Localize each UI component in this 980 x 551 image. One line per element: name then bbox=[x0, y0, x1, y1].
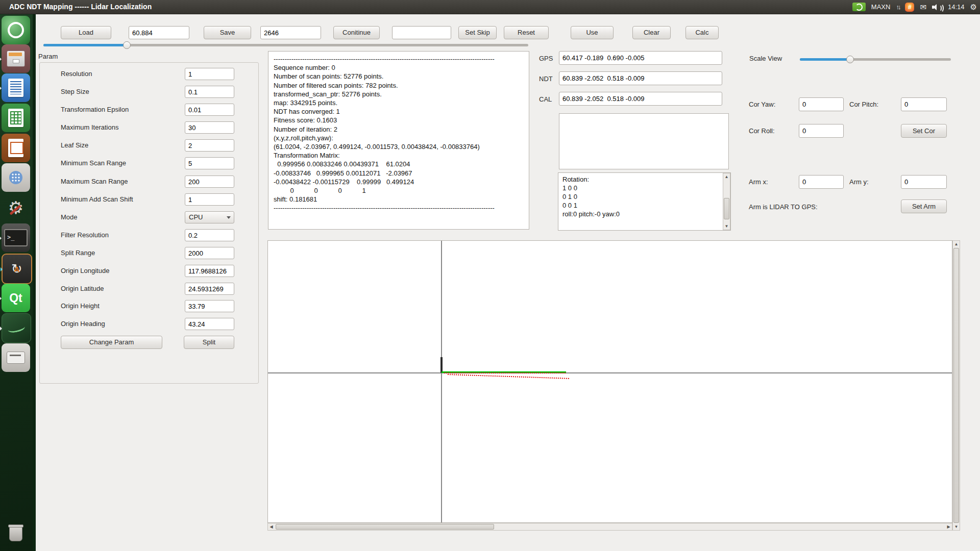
use-button[interactable]: Use bbox=[571, 26, 614, 39]
param-group-title: Param bbox=[38, 53, 58, 61]
system-settings-icon[interactable]: ⚙ bbox=[2, 193, 30, 222]
canvas-h-thumb[interactable] bbox=[276, 524, 494, 530]
scale-view-slider[interactable] bbox=[800, 58, 951, 61]
canvas-horizontal-scrollbar[interactable]: ◀ ▶ bbox=[267, 523, 952, 531]
rotation-display-box[interactable]: Rotation:1 0 00 1 00 0 1roll:0 pitch:-0 … bbox=[558, 172, 731, 231]
window-title: ADC NDT Mapping ------ Lidar Localizatio… bbox=[9, 0, 152, 14]
param-field-resolution[interactable] bbox=[185, 68, 234, 80]
calc-button[interactable]: Calc bbox=[685, 26, 719, 39]
set-cor-button[interactable]: Set Cor bbox=[901, 124, 947, 138]
cor-yaw-field[interactable] bbox=[799, 97, 844, 111]
map-canvas[interactable] bbox=[267, 240, 952, 523]
load-button[interactable]: Load bbox=[61, 26, 111, 39]
param-field-filter-resolution[interactable] bbox=[185, 229, 234, 241]
param-field-minimum-add-scan-shift[interactable] bbox=[185, 193, 234, 206]
dark-green-app-icon[interactable] bbox=[2, 313, 31, 343]
arm-x-label: Arm x: bbox=[749, 178, 768, 186]
scale-view-slider-handle[interactable] bbox=[846, 56, 854, 63]
skip-value-field[interactable] bbox=[392, 26, 451, 39]
param-field-origin-heading[interactable] bbox=[185, 318, 234, 330]
param-field-minimum-scan-range[interactable] bbox=[185, 157, 234, 169]
param-label-minimum-add-scan-shift: Minimum Add Scan Shift bbox=[61, 195, 133, 204]
cor-roll-label: Cor Roll: bbox=[749, 127, 775, 135]
canvas-vertical-scrollbar[interactable]: ▲ ▼ bbox=[952, 240, 960, 531]
gps-label: GPS bbox=[539, 55, 553, 63]
rotation-scrollbar-thumb[interactable] bbox=[724, 198, 729, 219]
param-label-origin-latitude: Origin Latitude bbox=[61, 285, 104, 293]
ndt-log-output[interactable]: ----------------------------------------… bbox=[268, 51, 529, 230]
param-label-split-range: Split Range bbox=[61, 249, 95, 257]
libreoffice-impress-icon[interactable] bbox=[2, 134, 30, 162]
param-label-origin-heading: Origin Heading bbox=[61, 320, 105, 328]
save-button[interactable]: Save bbox=[204, 26, 251, 39]
input-method-icon[interactable]: # bbox=[905, 3, 914, 12]
save-value-field[interactable] bbox=[260, 26, 321, 39]
update-circular-a-icon[interactable]: ↻A bbox=[2, 254, 32, 284]
canvas-horizontal-axis bbox=[268, 372, 952, 373]
launcher-dock: ⚙ >_ ↻A Qt bbox=[0, 14, 33, 551]
libreoffice-calc-icon[interactable] bbox=[2, 104, 30, 132]
chevron-down-icon bbox=[227, 216, 231, 219]
param-label-origin-height: Origin Height bbox=[61, 302, 100, 310]
change-param-button[interactable]: Change Param bbox=[61, 336, 162, 349]
scroll-down-icon[interactable]: ▼ bbox=[953, 523, 960, 530]
terminal-icon[interactable]: >_ bbox=[2, 223, 30, 252]
reset-button[interactable]: Reset bbox=[504, 26, 549, 39]
scroll-up-icon[interactable]: ▲ bbox=[723, 173, 730, 180]
canvas-vertical-axis bbox=[441, 241, 442, 523]
qt-creator-icon[interactable]: Qt bbox=[2, 284, 30, 312]
file-cabinet-icon[interactable] bbox=[2, 44, 30, 73]
param-field-transformation-epsilon[interactable] bbox=[185, 104, 234, 116]
param-field-maximum-iterations[interactable] bbox=[185, 121, 234, 134]
ubuntu-dash-icon[interactable] bbox=[2, 16, 30, 44]
param-field-split-range[interactable] bbox=[185, 247, 234, 259]
scroll-right-icon[interactable]: ▶ bbox=[945, 523, 952, 530]
cor-pitch-field[interactable] bbox=[901, 97, 947, 111]
ndt-pose-field[interactable] bbox=[559, 71, 722, 85]
arm-note-label: Arm is LIDAR TO GPS: bbox=[749, 203, 818, 211]
arm-y-field[interactable] bbox=[901, 175, 947, 189]
clear-button[interactable]: Clear bbox=[632, 26, 671, 39]
software-center-icon[interactable] bbox=[2, 163, 30, 192]
cor-roll-field[interactable] bbox=[799, 124, 844, 138]
set-arm-button[interactable]: Set Arm bbox=[901, 199, 947, 213]
libreoffice-writer-icon[interactable] bbox=[2, 73, 30, 102]
continue-button[interactable]: Conitinue bbox=[333, 26, 380, 39]
param-label-leaf-size: Leaf Size bbox=[61, 141, 88, 149]
scroll-up-icon[interactable]: ▲ bbox=[953, 241, 960, 247]
param-field-origin-height[interactable] bbox=[185, 300, 234, 312]
param-field-maximum-scan-range[interactable] bbox=[185, 176, 234, 188]
cal-pose-field[interactable] bbox=[559, 92, 722, 106]
param-field-origin-longitude[interactable] bbox=[185, 265, 234, 277]
nvidia-icon[interactable] bbox=[852, 3, 866, 11]
split-button[interactable]: Split bbox=[184, 336, 234, 349]
clock: 14:14 bbox=[948, 3, 965, 11]
system-tray: MAXN ↑↓ # ✉ 14:14 ⚙ bbox=[852, 0, 977, 14]
trash-icon[interactable] bbox=[2, 519, 30, 548]
canvas-origin-tick bbox=[440, 357, 443, 373]
ndt-trajectory-dots-upper bbox=[444, 372, 566, 373]
printer-icon[interactable] bbox=[2, 343, 30, 372]
system-top-bar: ADC NDT Mapping ------ Lidar Localizatio… bbox=[0, 0, 980, 14]
session-gear-icon[interactable]: ⚙ bbox=[970, 3, 977, 12]
mode-select[interactable]: CPU bbox=[185, 211, 234, 223]
set-skip-button[interactable]: Set Skip bbox=[458, 26, 497, 39]
param-field-step-size[interactable] bbox=[185, 86, 234, 98]
scroll-down-icon[interactable]: ▼ bbox=[723, 223, 730, 230]
cal-label: CAL bbox=[539, 95, 552, 104]
network-arrows-icon[interactable]: ↑↓ bbox=[896, 3, 899, 11]
rotation-scrollbar[interactable]: ▲ ▼ bbox=[723, 173, 730, 230]
app-window: Load Save Conitinue Set Skip Reset Use C… bbox=[36, 14, 980, 551]
sequence-slider[interactable] bbox=[43, 44, 528, 46]
volume-icon[interactable] bbox=[932, 3, 942, 11]
sequence-slider-handle[interactable] bbox=[123, 41, 131, 49]
param-field-origin-latitude[interactable] bbox=[185, 283, 234, 295]
arm-x-field[interactable] bbox=[799, 175, 844, 189]
scale-view-label: Scale View bbox=[749, 55, 782, 63]
gps-pose-field[interactable] bbox=[559, 51, 722, 65]
param-field-leaf-size[interactable] bbox=[185, 139, 234, 152]
mail-icon[interactable]: ✉ bbox=[920, 3, 926, 12]
load-value-field[interactable] bbox=[129, 26, 189, 39]
scroll-left-icon[interactable]: ◀ bbox=[268, 523, 275, 530]
canvas-v-thumb[interactable] bbox=[953, 248, 959, 523]
